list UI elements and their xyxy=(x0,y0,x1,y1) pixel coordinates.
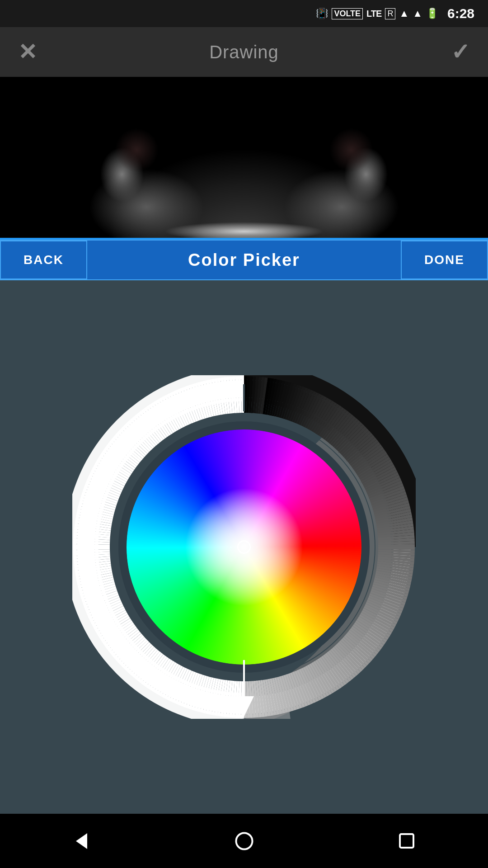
handle-line xyxy=(243,660,245,696)
status-time: 6:28 xyxy=(447,6,474,21)
done-button[interactable]: DONE xyxy=(401,241,488,279)
back-nav-button[interactable] xyxy=(63,823,99,859)
confirm-button[interactable]: ✓ xyxy=(451,41,470,63)
svg-point-9 xyxy=(236,833,252,849)
back-button[interactable]: BACK xyxy=(0,241,87,279)
signal-icon-2: ▲ xyxy=(413,8,422,19)
close-button[interactable]: ✕ xyxy=(18,41,37,63)
nav-bar xyxy=(0,814,488,868)
blue-selection-line xyxy=(0,238,488,240)
image-preview-area xyxy=(0,77,488,240)
signal-icon: ▲ xyxy=(399,8,409,19)
lte-icon: LTE xyxy=(366,9,381,19)
home-nav-button[interactable] xyxy=(226,823,262,859)
color-picker-bar: BACK Color Picker DONE xyxy=(0,240,488,280)
svg-marker-8 xyxy=(76,833,87,849)
vibrate-icon: 📳 xyxy=(316,8,328,19)
color-selector-crosshair xyxy=(237,540,251,554)
status-bar: 📳 VOLTE LTE R ▲ ▲ 🔋 6:28 xyxy=(0,0,488,27)
toolbar-title: Drawing xyxy=(209,42,279,62)
color-wheel-container[interactable] xyxy=(72,375,416,719)
color-picker-title: Color Picker xyxy=(87,250,401,270)
recent-nav-icon xyxy=(398,832,416,850)
status-icons: 📳 VOLTE LTE R ▲ ▲ 🔋 xyxy=(316,8,438,19)
toolbar: ✕ Drawing ✓ xyxy=(0,27,488,77)
battery-icon: 🔋 xyxy=(426,8,438,19)
cat-image xyxy=(0,77,488,240)
brightness-handle[interactable] xyxy=(234,696,254,717)
color-picker-area[interactable] xyxy=(0,280,488,814)
svg-rect-10 xyxy=(400,834,413,848)
home-nav-icon xyxy=(234,831,254,851)
top-gap-line xyxy=(243,384,245,411)
r-badge: R xyxy=(385,8,395,19)
volte-badge: VOLTE xyxy=(332,8,363,19)
back-nav-icon xyxy=(71,831,92,851)
recent-nav-button[interactable] xyxy=(389,823,425,859)
